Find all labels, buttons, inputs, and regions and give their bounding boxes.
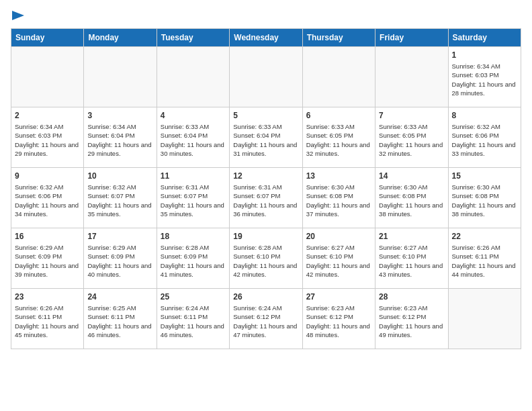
day-info: Sunrise: 6:32 AM Sunset: 6:06 PM Dayligh… <box>452 122 517 158</box>
calendar-cell: 10Sunrise: 6:32 AM Sunset: 6:07 PM Dayli… <box>84 168 157 228</box>
weekday-header-friday: Friday <box>375 29 448 47</box>
day-info: Sunrise: 6:33 AM Sunset: 6:04 PM Dayligh… <box>233 122 298 158</box>
logo <box>11 11 24 20</box>
calendar-week-5: 23Sunrise: 6:26 AM Sunset: 6:11 PM Dayli… <box>11 289 521 349</box>
weekday-header-tuesday: Tuesday <box>157 29 229 47</box>
calendar-cell: 22Sunrise: 6:26 AM Sunset: 6:11 PM Dayli… <box>448 228 521 289</box>
calendar-cell <box>157 47 229 107</box>
svg-marker-0 <box>12 11 24 20</box>
day-info: Sunrise: 6:30 AM Sunset: 6:08 PM Dayligh… <box>452 183 517 218</box>
logo-arrow-icon <box>12 11 24 20</box>
calendar-table: SundayMondayTuesdayWednesdayThursdayFrid… <box>11 28 521 349</box>
calendar-cell: 6Sunrise: 6:33 AM Sunset: 6:05 PM Daylig… <box>302 107 375 168</box>
day-number: 3 <box>87 111 152 120</box>
calendar-cell: 18Sunrise: 6:28 AM Sunset: 6:09 PM Dayli… <box>157 228 229 289</box>
weekday-header-monday: Monday <box>84 29 157 47</box>
weekday-header-thursday: Thursday <box>302 29 375 47</box>
calendar-cell: 23Sunrise: 6:26 AM Sunset: 6:11 PM Dayli… <box>11 289 84 349</box>
calendar-cell: 12Sunrise: 6:31 AM Sunset: 6:07 PM Dayli… <box>230 168 302 228</box>
day-number: 15 <box>452 171 517 181</box>
day-number: 2 <box>15 111 80 120</box>
day-info: Sunrise: 6:28 AM Sunset: 6:10 PM Dayligh… <box>233 243 298 279</box>
day-number: 26 <box>233 292 298 302</box>
calendar-cell: 2Sunrise: 6:34 AM Sunset: 6:03 PM Daylig… <box>11 107 84 168</box>
day-number: 28 <box>379 292 444 302</box>
day-info: Sunrise: 6:26 AM Sunset: 6:11 PM Dayligh… <box>452 243 517 279</box>
day-number: 9 <box>15 171 80 181</box>
calendar-cell <box>11 47 84 107</box>
day-info: Sunrise: 6:24 AM Sunset: 6:11 PM Dayligh… <box>161 304 226 339</box>
day-number: 14 <box>379 171 444 181</box>
calendar-cell: 8Sunrise: 6:32 AM Sunset: 6:06 PM Daylig… <box>448 107 521 168</box>
calendar-week-3: 9Sunrise: 6:32 AM Sunset: 6:06 PM Daylig… <box>11 168 521 228</box>
day-number: 6 <box>306 111 371 120</box>
day-number: 27 <box>306 292 371 302</box>
calendar-cell: 4Sunrise: 6:33 AM Sunset: 6:04 PM Daylig… <box>157 107 229 168</box>
day-info: Sunrise: 6:23 AM Sunset: 6:12 PM Dayligh… <box>379 304 444 339</box>
day-info: Sunrise: 6:32 AM Sunset: 6:06 PM Dayligh… <box>15 183 80 218</box>
day-info: Sunrise: 6:33 AM Sunset: 6:05 PM Dayligh… <box>306 122 371 158</box>
day-number: 25 <box>161 292 226 302</box>
day-info: Sunrise: 6:24 AM Sunset: 6:12 PM Dayligh… <box>233 304 298 339</box>
calendar-week-2: 2Sunrise: 6:34 AM Sunset: 6:03 PM Daylig… <box>11 107 521 168</box>
calendar-cell: 17Sunrise: 6:29 AM Sunset: 6:09 PM Dayli… <box>84 228 157 289</box>
day-info: Sunrise: 6:27 AM Sunset: 6:10 PM Dayligh… <box>306 243 371 279</box>
calendar-cell: 21Sunrise: 6:27 AM Sunset: 6:10 PM Dayli… <box>375 228 448 289</box>
calendar-cell: 11Sunrise: 6:31 AM Sunset: 6:07 PM Dayli… <box>157 168 229 228</box>
day-number: 13 <box>306 171 371 181</box>
day-number: 23 <box>15 292 80 302</box>
day-info: Sunrise: 6:33 AM Sunset: 6:04 PM Dayligh… <box>161 122 226 158</box>
calendar-cell: 28Sunrise: 6:23 AM Sunset: 6:12 PM Dayli… <box>375 289 448 349</box>
day-number: 5 <box>233 111 298 120</box>
day-info: Sunrise: 6:26 AM Sunset: 6:11 PM Dayligh… <box>15 304 80 339</box>
day-info: Sunrise: 6:31 AM Sunset: 6:07 PM Dayligh… <box>161 183 226 218</box>
calendar-week-1: 1Sunrise: 6:34 AM Sunset: 6:03 PM Daylig… <box>11 47 521 107</box>
day-number: 17 <box>87 232 152 241</box>
page-header <box>11 11 521 20</box>
calendar-cell: 24Sunrise: 6:25 AM Sunset: 6:11 PM Dayli… <box>84 289 157 349</box>
day-number: 19 <box>233 232 298 241</box>
calendar-cell: 5Sunrise: 6:33 AM Sunset: 6:04 PM Daylig… <box>230 107 302 168</box>
calendar-cell: 1Sunrise: 6:34 AM Sunset: 6:03 PM Daylig… <box>448 47 521 107</box>
calendar-cell <box>230 47 302 107</box>
calendar-cell <box>448 289 521 349</box>
day-number: 18 <box>161 232 226 241</box>
calendar-cell: 14Sunrise: 6:30 AM Sunset: 6:08 PM Dayli… <box>375 168 448 228</box>
day-info: Sunrise: 6:29 AM Sunset: 6:09 PM Dayligh… <box>15 243 80 279</box>
calendar-cell: 13Sunrise: 6:30 AM Sunset: 6:08 PM Dayli… <box>302 168 375 228</box>
day-info: Sunrise: 6:34 AM Sunset: 6:03 PM Dayligh… <box>15 122 80 158</box>
day-number: 24 <box>87 292 152 302</box>
calendar-cell: 3Sunrise: 6:34 AM Sunset: 6:04 PM Daylig… <box>84 107 157 168</box>
day-number: 22 <box>452 232 517 241</box>
weekday-header-row: SundayMondayTuesdayWednesdayThursdayFrid… <box>11 29 521 47</box>
day-number: 16 <box>15 232 80 241</box>
day-info: Sunrise: 6:23 AM Sunset: 6:12 PM Dayligh… <box>306 304 371 339</box>
weekday-header-sunday: Sunday <box>11 29 84 47</box>
day-info: Sunrise: 6:34 AM Sunset: 6:04 PM Dayligh… <box>87 122 152 158</box>
day-info: Sunrise: 6:29 AM Sunset: 6:09 PM Dayligh… <box>87 243 152 279</box>
calendar-cell: 7Sunrise: 6:33 AM Sunset: 6:05 PM Daylig… <box>375 107 448 168</box>
calendar-cell: 15Sunrise: 6:30 AM Sunset: 6:08 PM Dayli… <box>448 168 521 228</box>
calendar-cell: 16Sunrise: 6:29 AM Sunset: 6:09 PM Dayli… <box>11 228 84 289</box>
calendar-week-4: 16Sunrise: 6:29 AM Sunset: 6:09 PM Dayli… <box>11 228 521 289</box>
day-info: Sunrise: 6:27 AM Sunset: 6:10 PM Dayligh… <box>379 243 444 279</box>
day-info: Sunrise: 6:33 AM Sunset: 6:05 PM Dayligh… <box>379 122 444 158</box>
day-info: Sunrise: 6:30 AM Sunset: 6:08 PM Dayligh… <box>306 183 371 218</box>
calendar-cell <box>302 47 375 107</box>
day-info: Sunrise: 6:28 AM Sunset: 6:09 PM Dayligh… <box>161 243 226 279</box>
calendar-cell <box>375 47 448 107</box>
day-info: Sunrise: 6:31 AM Sunset: 6:07 PM Dayligh… <box>233 183 298 218</box>
calendar-cell: 26Sunrise: 6:24 AM Sunset: 6:12 PM Dayli… <box>230 289 302 349</box>
day-number: 4 <box>161 111 226 120</box>
day-number: 12 <box>233 171 298 181</box>
weekday-header-saturday: Saturday <box>448 29 521 47</box>
day-info: Sunrise: 6:25 AM Sunset: 6:11 PM Dayligh… <box>87 304 152 339</box>
calendar-cell: 9Sunrise: 6:32 AM Sunset: 6:06 PM Daylig… <box>11 168 84 228</box>
calendar-cell: 25Sunrise: 6:24 AM Sunset: 6:11 PM Dayli… <box>157 289 229 349</box>
weekday-header-wednesday: Wednesday <box>230 29 302 47</box>
day-info: Sunrise: 6:34 AM Sunset: 6:03 PM Dayligh… <box>452 62 517 97</box>
day-number: 10 <box>87 171 152 181</box>
calendar-cell: 20Sunrise: 6:27 AM Sunset: 6:10 PM Dayli… <box>302 228 375 289</box>
day-info: Sunrise: 6:30 AM Sunset: 6:08 PM Dayligh… <box>379 183 444 218</box>
calendar-cell: 19Sunrise: 6:28 AM Sunset: 6:10 PM Dayli… <box>230 228 302 289</box>
